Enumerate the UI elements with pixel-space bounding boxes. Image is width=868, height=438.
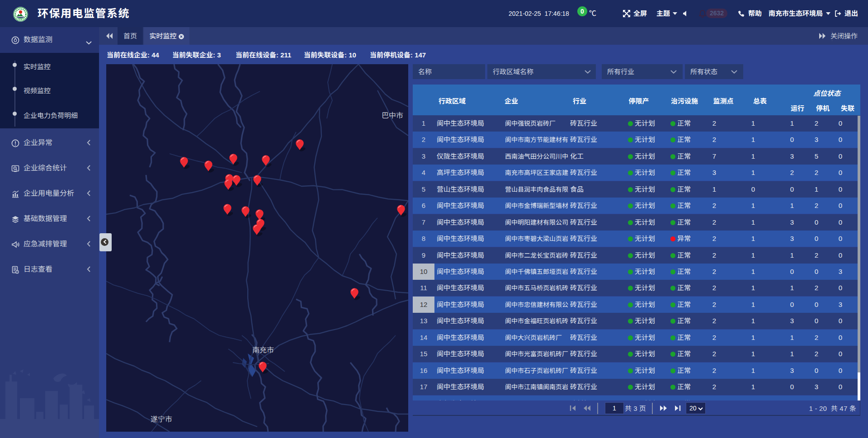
- svg-text:巴中市: 巴中市: [382, 112, 403, 119]
- svg-text:遂宁市: 遂宁市: [151, 415, 172, 423]
- svg-text:南充市: 南充市: [252, 346, 274, 354]
